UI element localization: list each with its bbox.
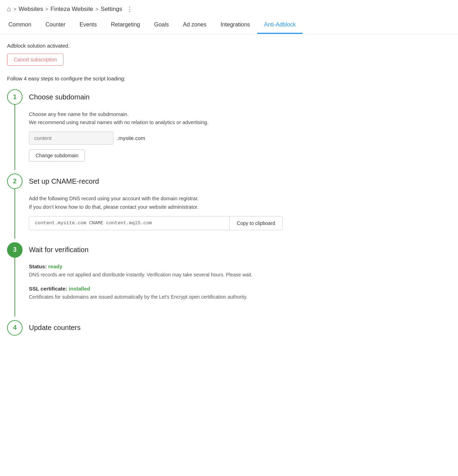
cancel-subscription-button[interactable]: Cancel subscription [7,54,63,66]
tab-counter[interactable]: Counter [38,17,73,34]
step-1-title: Choose subdomain [29,93,89,101]
more-options-icon[interactable]: ⋮ [126,5,133,13]
step-3-container: 3 Wait for verification Status: ready DN… [7,242,416,317]
step-2-container: 2 Set up CNAME-record Add the following … [7,173,416,238]
tab-common[interactable]: Common [7,17,38,34]
step-1-vertical-line [14,105,15,170]
tab-anti-adblock[interactable]: Anti-Adblock [257,17,303,34]
copy-to-clipboard-button[interactable]: Copy to clipboard [229,216,282,230]
breadcrumb-websites[interactable]: Websites [19,6,43,13]
tab-integrations[interactable]: Integrations [213,17,257,34]
dns-status-note: DNS records are not applied and distribu… [29,271,416,279]
step-3-line-col [7,258,23,317]
step-1-line-col [7,105,23,170]
step-3-title: Wait for verification [29,246,88,254]
subdomain-row: .mysite.com [29,132,416,145]
home-icon[interactable]: ⌂ [7,5,11,13]
step-2-header: 2 Set up CNAME-record [7,173,416,189]
step-1-circle: 1 [7,89,23,105]
domain-suffix: .mysite.com [117,135,145,141]
step-4-title: Update counters [29,324,81,332]
step-2-body-wrapper: Add the following DNS record using your … [7,189,416,238]
ssl-status-value: installed [69,286,90,292]
tab-retargeting[interactable]: Retargeting [104,17,147,34]
step-1-container: 1 Choose subdomain Choose any free name … [7,89,416,170]
step-2-line-col [7,189,23,238]
breadcrumb: ⌂ > Websites > Finteza Website > Setting… [0,0,458,17]
nav-tabs: Common Counter Events Retargeting Goals … [0,17,458,34]
dns-status-item: Status: ready DNS records are not applie… [29,263,416,279]
step-4-container: 4 Update counters [7,320,416,336]
breadcrumb-settings[interactable]: Settings [101,6,122,13]
breadcrumb-sep-1: > [13,6,17,12]
tab-goals[interactable]: Goals [147,17,176,34]
dns-status-label: Status: ready [29,263,416,269]
ssl-status-item: SSL certificate: installed Certificates … [29,286,416,301]
change-subdomain-button[interactable]: Change subdomain [29,149,85,161]
step-2-circle: 2 [7,173,23,189]
step-3-circle: 3 [7,242,23,258]
tab-ad-zones[interactable]: Ad zones [176,17,213,34]
step-3-body: Status: ready DNS records are not applie… [23,258,416,317]
cname-value: content.mysite.com CNAME content.mql5.co… [29,216,229,230]
step-1-header: 1 Choose subdomain [7,89,416,105]
cname-box: content.mysite.com CNAME content.mql5.co… [29,216,283,230]
dns-status-value: ready [48,263,62,269]
step-3-header: 3 Wait for verification [7,242,416,258]
tab-events[interactable]: Events [73,17,104,34]
step-1-desc: Choose any free name for the subdmomain.… [29,110,416,127]
steps-intro-text: Follow 4 easy steps to configure the scr… [7,75,416,81]
step-2-desc: Add the following DNS record using your … [29,195,416,211]
step-2-title: Set up CNAME-record [29,177,99,185]
main-content: Adblock solution activated. Cancel subsc… [0,34,423,353]
step-4-circle: 4 [7,320,23,336]
step-2-vertical-line [14,189,15,238]
step-1-body: Choose any free name for the subdmomain.… [23,105,416,170]
ssl-status-label: SSL certificate: installed [29,286,416,292]
step-2-body: Add the following DNS record using your … [23,189,416,238]
step-3-vertical-line [14,258,15,317]
subdomain-input[interactable] [29,132,113,145]
breadcrumb-finteza[interactable]: Finteza Website [50,6,93,13]
adblock-status-text: Adblock solution activated. [7,43,416,49]
step-1-body-wrapper: Choose any free name for the subdmomain.… [7,105,416,170]
step-3-body-wrapper: Status: ready DNS records are not applie… [7,258,416,317]
ssl-status-note: Certificates for subdomains are issued a… [29,293,416,301]
breadcrumb-sep-2: > [45,6,48,12]
breadcrumb-sep-3: > [95,6,99,12]
step-4-header: 4 Update counters [7,320,416,336]
